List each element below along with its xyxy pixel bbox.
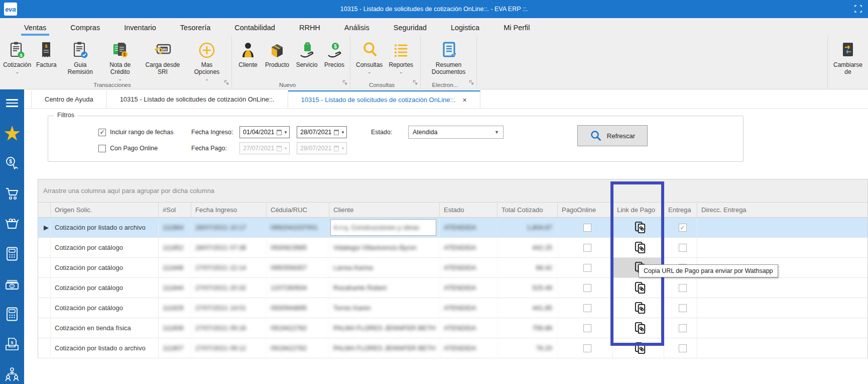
carga-sri-button[interactable]: SRI Carga desde SRI <box>141 39 184 77</box>
cell-link-de-pago[interactable] <box>613 238 664 257</box>
resumen-documentos-button[interactable]: Resumen Documentos <box>424 39 473 77</box>
cell-origen[interactable]: Cotización por catálogo <box>51 238 159 257</box>
cell-cliente[interactable]: Rocafuerte Robert <box>329 278 440 298</box>
cell-fecha[interactable]: 27/07/2021 22:14 <box>191 258 267 277</box>
group-by-panel[interactable]: Arrastre una columna aquí para agrupar p… <box>38 179 867 203</box>
cell-pagoonline[interactable] <box>558 298 613 318</box>
header-entrega[interactable]: Entrega <box>664 203 697 217</box>
dialog-launcher-icon[interactable] <box>413 78 418 87</box>
cell-cliente[interactable]: A-t-q. Construcciones y obras <box>329 218 440 237</box>
producto-button[interactable]: Producto <box>262 39 292 70</box>
cell-total[interactable]: 756.86 <box>498 318 558 338</box>
cell-fecha[interactable]: 27/07/2021 20:32 <box>191 278 267 298</box>
cell-entrega[interactable] <box>664 338 697 358</box>
guia-remision-button[interactable]: Guia Remisión <box>61 39 99 77</box>
pagoonline-checkbox[interactable] <box>583 244 591 252</box>
cell-entrega[interactable] <box>664 278 697 298</box>
tab-listado-2-active[interactable]: 10315 - Listado de solicitudes de cotiza… <box>288 90 480 108</box>
copy-link-icon[interactable] <box>634 321 647 335</box>
precios-button[interactable]: $ Precios <box>321 39 347 70</box>
include-dates-checkbox[interactable]: ✓ <box>98 129 106 136</box>
cell-editor[interactable]: A-t-q. Construcciones y obras <box>330 219 436 236</box>
cell-cliente[interactable]: Torres Karen <box>329 298 440 318</box>
cell-total[interactable]: 442.25 <box>498 238 558 257</box>
cell-entrega[interactable] <box>664 238 697 257</box>
cell-cliente[interactable]: Larrea Karina <box>329 258 440 277</box>
cell-link-de-pago[interactable] <box>613 278 664 298</box>
pagoonline-checkbox[interactable] <box>583 284 591 292</box>
pagoonline-checkbox[interactable] <box>583 324 591 332</box>
refrescar-button[interactable]: Refrescar <box>577 125 648 146</box>
entrega-checkbox[interactable] <box>679 324 687 332</box>
menu-tesoreria[interactable]: Tesorería <box>168 20 222 35</box>
tab-centro-de-ayuda[interactable]: Centro de Ayuda <box>31 90 107 108</box>
pagoonline-checkbox[interactable] <box>583 304 591 312</box>
cell-estado[interactable]: ATENDIDA <box>440 318 498 338</box>
cell-direcc-entrega[interactable] <box>697 298 868 318</box>
maximize-icon[interactable] <box>854 5 862 13</box>
cell-cliente[interactable]: PALMA FLORES JENNIFER BETH <box>329 338 440 358</box>
header-cedula[interactable]: Cédula/RUC <box>267 203 329 217</box>
cell-origen[interactable]: Cotización por listado o archivo <box>51 218 159 237</box>
cell-origen[interactable]: Cotización en tienda física <box>51 318 159 338</box>
cell-cedula[interactable]: 0930823985 <box>267 238 329 257</box>
cell-cliente[interactable]: PALMA FLORES JENNIFER BETH <box>329 318 440 338</box>
cell-pagoonline[interactable] <box>558 318 613 338</box>
menu-ventas[interactable]: Ventas <box>12 20 58 35</box>
header-origen[interactable]: Origen Solic. <box>51 203 159 217</box>
fecha-ingreso-from-input[interactable]: 01/04/2021▼ <box>239 126 290 138</box>
cell-pagoonline[interactable] <box>558 338 613 358</box>
table-row[interactable]: Cotización por catálogo 111844 27/07/202… <box>38 278 867 298</box>
cambiarse-button[interactable]: Cambiarse de <box>831 39 865 77</box>
cell-pagoonline[interactable] <box>558 238 613 257</box>
cell-estado[interactable]: ATENDIDA <box>440 218 498 237</box>
header-total[interactable]: Total Cotizado <box>498 203 558 217</box>
pagoonline-checkbox[interactable] <box>583 344 591 352</box>
cell-origen[interactable]: Cotización por listado o archivo <box>51 338 159 358</box>
cell-fecha[interactable]: 27/07/2021 09:16 <box>191 318 267 338</box>
pagoonline-checkbox[interactable] <box>583 224 591 232</box>
dialog-launcher-icon[interactable] <box>224 78 229 87</box>
entrega-checkbox[interactable] <box>679 344 687 352</box>
entrega-checkbox[interactable] <box>679 244 687 252</box>
cart-icon[interactable] <box>4 185 21 202</box>
cell-direcc-entrega[interactable] <box>697 338 868 358</box>
cell-total[interactable]: 68.42 <box>498 258 558 277</box>
reportes-button[interactable]: Reportes ⌄ <box>386 39 416 75</box>
cell-link-de-pago[interactable] <box>613 338 664 358</box>
cell-cedula[interactable]: 0950556357 <box>267 258 329 277</box>
table-row[interactable]: Cotización por listado o archivo 111807 … <box>38 338 867 358</box>
cell-cedula[interactable]: 1207260934 <box>267 278 329 298</box>
cell-origen[interactable]: Cotización por catálogo <box>51 258 159 277</box>
calculator-icon[interactable] <box>4 245 21 262</box>
cell-sol[interactable]: 111864 <box>159 218 191 237</box>
copy-link-icon[interactable] <box>634 281 647 295</box>
tab-listado-1[interactable]: 10315 - Listado de solicitudes de cotiza… <box>107 90 288 108</box>
entrega-checkbox[interactable] <box>679 304 687 312</box>
cell-cedula[interactable]: 0919422782 <box>267 338 329 358</box>
calculator-alt-icon[interactable] <box>4 306 21 323</box>
cell-sol[interactable]: 111829 <box>159 298 191 318</box>
header-link-de-pago[interactable]: Link de Pago <box>613 203 664 217</box>
cell-pagoonline[interactable] <box>558 278 613 298</box>
cell-total[interactable]: 1,804.87 <box>498 218 558 237</box>
dialog-launcher-icon[interactable] <box>469 78 474 87</box>
header-sol[interactable]: #Sol <box>159 203 191 217</box>
invoice-tray-icon[interactable]: $ <box>4 336 21 353</box>
pagoonline-checkbox[interactable] <box>583 264 591 272</box>
cell-link-de-pago[interactable] <box>613 298 664 318</box>
table-row[interactable]: Cotización por catálogo 111829 27/07/202… <box>38 298 867 318</box>
entrega-checkbox[interactable] <box>679 284 687 292</box>
cell-origen[interactable]: Cotización por catálogo <box>51 298 159 318</box>
copy-link-icon[interactable] <box>634 341 647 355</box>
menu-compras[interactable]: Compras <box>58 20 112 35</box>
cell-origen[interactable]: Cotización por catálogo <box>51 278 159 298</box>
header-direcc-entrega[interactable]: Direcc. Entrega <box>697 203 868 217</box>
cell-direcc-entrega[interactable] <box>697 238 868 257</box>
dialog-launcher-icon[interactable] <box>342 78 347 87</box>
menu-inventario[interactable]: Inventario <box>112 20 168 35</box>
copy-link-icon[interactable] <box>634 241 647 254</box>
cell-fecha[interactable]: 27/07/2021 09:12 <box>191 338 267 358</box>
menu-rrhh[interactable]: RRHH <box>287 20 332 35</box>
con-pago-online-checkbox[interactable] <box>98 145 106 152</box>
